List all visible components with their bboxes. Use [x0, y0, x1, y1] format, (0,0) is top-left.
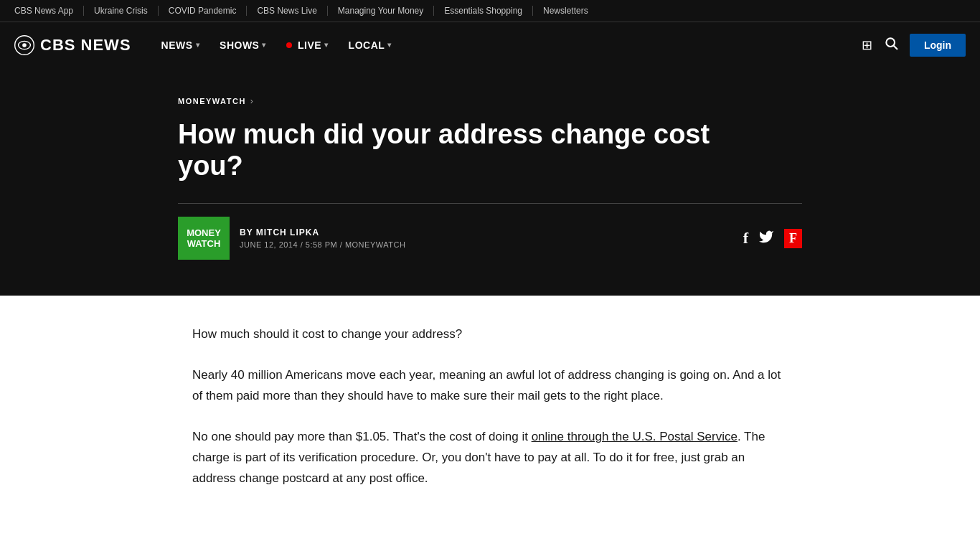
logo-link[interactable]: CBS NEWS: [14, 35, 131, 55]
topbar-cbs-news-live[interactable]: CBS News Live: [247, 6, 327, 16]
topbar-covid-pandemic[interactable]: COVID Pandemic: [159, 6, 248, 16]
twitter-share-button[interactable]: [758, 229, 774, 248]
content-area: How much should it cost to change your a…: [0, 296, 980, 537]
chevron-down-icon: ▾: [387, 41, 392, 49]
nav-shows[interactable]: SHOWS ▾: [211, 34, 275, 57]
topbar-ukraine-crisis[interactable]: Ukraine Crisis: [84, 6, 159, 16]
breadcrumb-arrow-icon: ›: [250, 96, 253, 106]
topbar-essentials-shopping[interactable]: Essentials Shopping: [434, 6, 533, 16]
grid-icon[interactable]: ⊞: [862, 37, 872, 53]
main-header: CBS NEWS NEWS ▾ SHOWS ▾ LIVE ▾ LOCAL ▾ ⊞: [0, 22, 980, 67]
nav-local[interactable]: LOCAL ▾: [340, 34, 400, 57]
search-icon: [884, 36, 898, 50]
facebook-share-button[interactable]: f: [743, 229, 748, 248]
article-meta-row: MONEY WATCH BY MITCH LIPKA JUNE 12, 2014…: [178, 203, 802, 260]
cbs-eye-icon: [14, 35, 34, 55]
main-nav: NEWS ▾ SHOWS ▾ LIVE ▾ LOCAL ▾: [153, 34, 862, 57]
social-share-buttons: f F: [743, 229, 802, 248]
article-date: JUNE 12, 2014 / 5:58 PM / MONEYWATCH: [240, 240, 405, 249]
topbar-cbs-news-app[interactable]: CBS News App: [14, 6, 84, 16]
live-dot-icon: [286, 42, 292, 48]
article-paragraph-1: How much should it cost to change your a…: [192, 324, 788, 345]
chevron-down-icon: ▾: [324, 41, 329, 49]
breadcrumb: MONEYWATCH ›: [178, 96, 802, 106]
topbar-managing-your-money[interactable]: Managing Your Money: [328, 6, 434, 16]
search-button[interactable]: [884, 36, 898, 54]
article-paragraph-3: No one should pay more than $1.05. That'…: [192, 427, 788, 489]
chevron-down-icon: ▾: [196, 41, 200, 49]
topbar-newsletters[interactable]: Newsletters: [533, 6, 598, 16]
header-right-controls: ⊞ Login: [862, 34, 966, 57]
usps-link[interactable]: online through the U.S. Postal Service: [532, 430, 738, 443]
logo-text: CBS NEWS: [40, 36, 131, 55]
author-block: MONEY WATCH BY MITCH LIPKA JUNE 12, 2014…: [178, 217, 405, 260]
login-button[interactable]: Login: [910, 34, 966, 57]
breadcrumb-link[interactable]: MONEYWATCH: [178, 97, 246, 105]
nav-live[interactable]: LIVE ▾: [278, 34, 337, 57]
nav-news[interactable]: NEWS ▾: [153, 34, 209, 57]
flipboard-share-button[interactable]: F: [784, 229, 802, 248]
author-name: BY MITCH LIPKA: [240, 227, 405, 237]
svg-point-2: [22, 43, 27, 47]
svg-line-4: [894, 46, 897, 50]
twitter-icon: [758, 229, 774, 245]
article-paragraph-2: Nearly 40 million Americans move each ye…: [192, 365, 788, 407]
author-badge: MONEY WATCH: [178, 217, 230, 260]
author-info: BY MITCH LIPKA JUNE 12, 2014 / 5:58 PM /…: [240, 227, 405, 249]
article-title: How much did your address change cost yo…: [178, 119, 766, 182]
article-header-section: MONEYWATCH › How much did your address c…: [0, 67, 980, 296]
chevron-down-icon: ▾: [262, 41, 266, 49]
article-body: How much should it cost to change your a…: [178, 296, 802, 537]
top-navigation-bar: CBS News App Ukraine Crisis COVID Pandem…: [0, 0, 980, 22]
